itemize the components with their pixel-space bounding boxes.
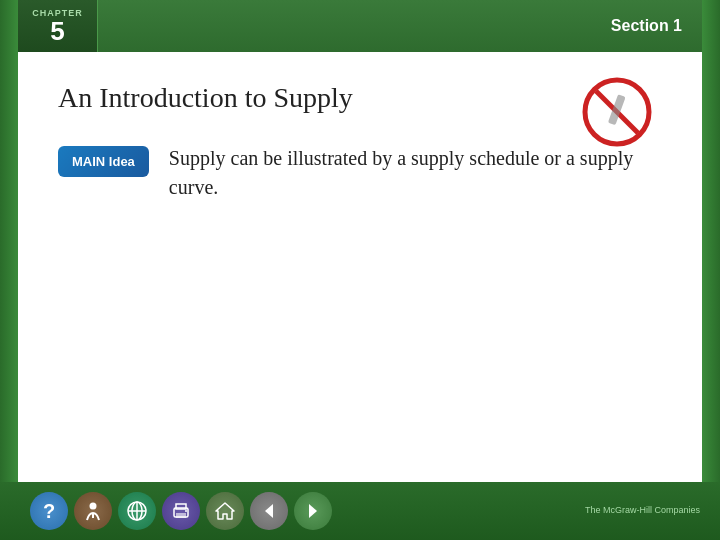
section-label: Section 1 xyxy=(611,0,682,52)
svg-marker-15 xyxy=(309,504,317,518)
chapter-number: 5 xyxy=(50,18,64,44)
svg-point-12 xyxy=(185,510,187,512)
figure-icon-button[interactable] xyxy=(74,492,112,530)
svg-marker-13 xyxy=(216,503,234,519)
right-green-bar xyxy=(702,0,720,540)
printer-button[interactable] xyxy=(162,492,200,530)
chapter-box: CHAPTER 5 xyxy=(18,0,98,52)
svg-rect-10 xyxy=(176,504,186,509)
home-button[interactable] xyxy=(206,492,244,530)
svg-point-3 xyxy=(90,503,97,510)
svg-marker-14 xyxy=(265,504,273,518)
bottom-nav-bar: ? xyxy=(0,482,720,540)
top-header: CHAPTER 5 Section 1 xyxy=(18,0,702,52)
main-idea-text: Supply can be illustrated by a supply sc… xyxy=(169,144,662,202)
no-entry-icon xyxy=(582,77,652,147)
next-button[interactable] xyxy=(294,492,332,530)
page-title: An Introduction to Supply xyxy=(58,82,662,114)
brand-text: The McGraw-Hill Companies xyxy=(585,505,700,517)
left-green-bar xyxy=(0,0,18,540)
nav-icons: ? xyxy=(30,492,332,530)
main-idea-badge: MAIN Idea xyxy=(58,146,149,177)
main-content-area: An Introduction to Supply MAIN Idea Supp… xyxy=(18,52,702,482)
svg-rect-11 xyxy=(176,513,186,518)
globe-button[interactable] xyxy=(118,492,156,530)
main-idea-row: MAIN Idea Supply can be illustrated by a… xyxy=(58,144,662,202)
help-button[interactable]: ? xyxy=(30,492,68,530)
prev-button[interactable] xyxy=(250,492,288,530)
